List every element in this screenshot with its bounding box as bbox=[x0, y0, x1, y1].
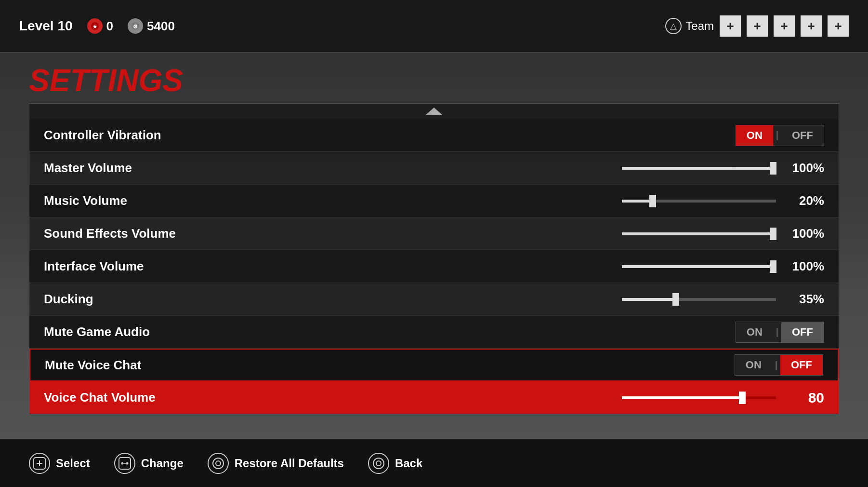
sound-effects-volume-row: Sound Effects Volume 100% bbox=[29, 217, 839, 250]
music-volume-track[interactable] bbox=[622, 200, 776, 203]
master-volume-fill bbox=[622, 167, 773, 170]
controller-vibration-on[interactable]: ON bbox=[736, 125, 773, 146]
svg-text:⚙: ⚙ bbox=[133, 24, 138, 29]
svg-point-11 bbox=[213, 458, 224, 469]
music-volume-fill bbox=[622, 200, 653, 203]
restore-label: Restore All Defaults bbox=[235, 457, 344, 470]
top-right: △ Team + + + + + bbox=[665, 15, 849, 37]
mute-voice-chat-on[interactable]: ON bbox=[735, 355, 772, 375]
music-volume-thumb[interactable] bbox=[649, 195, 656, 207]
select-action[interactable]: Select bbox=[29, 453, 90, 474]
level-display: Level 10 bbox=[19, 18, 73, 34]
sound-effects-volume-track[interactable] bbox=[622, 232, 776, 235]
restore-action[interactable]: Restore All Defaults bbox=[208, 453, 344, 474]
currency-2-icon: ⚙ bbox=[128, 18, 143, 34]
ducking-fill bbox=[622, 298, 676, 301]
currency-1-value: 0 bbox=[106, 19, 113, 34]
change-action[interactable]: Change bbox=[114, 453, 184, 474]
master-volume-row: Master Volume 100% bbox=[29, 152, 839, 185]
master-volume-track[interactable] bbox=[622, 167, 776, 170]
plus-button-5[interactable]: + bbox=[828, 15, 849, 37]
interface-volume-row: Interface Volume 100% bbox=[29, 250, 839, 283]
back-label: Back bbox=[395, 457, 422, 470]
interface-volume-control: 100% bbox=[227, 259, 824, 274]
restore-icon bbox=[208, 453, 229, 474]
interface-volume-value: 100% bbox=[786, 259, 824, 274]
change-label: Change bbox=[141, 457, 184, 470]
plus-button-1[interactable]: + bbox=[720, 15, 741, 37]
ducking-label: Ducking bbox=[44, 292, 227, 307]
team-icon: △ bbox=[665, 18, 682, 34]
mute-voice-chat-row: Mute Voice Chat ON | OFF bbox=[29, 349, 839, 381]
controller-vibration-row: Controller Vibration ON | OFF bbox=[29, 119, 839, 152]
master-volume-control: 100% bbox=[227, 161, 824, 176]
svg-point-12 bbox=[216, 461, 221, 466]
currency-2: ⚙ 5400 bbox=[128, 18, 175, 34]
ducking-control: 35% bbox=[227, 292, 824, 307]
svg-point-9 bbox=[126, 462, 128, 464]
voice-chat-volume-label: Voice Chat Volume bbox=[44, 390, 227, 405]
currency-1: ★ 0 bbox=[87, 18, 113, 34]
voice-chat-volume-thumb[interactable] bbox=[739, 392, 746, 404]
currency-1-icon: ★ bbox=[87, 18, 103, 34]
mute-game-audio-on[interactable]: ON bbox=[736, 322, 773, 342]
top-bar: Level 10 ★ 0 ⚙ 5400 △ Team + + + + + bbox=[0, 0, 868, 53]
master-volume-value: 100% bbox=[786, 161, 824, 176]
voice-chat-volume-fill bbox=[622, 396, 742, 399]
team-text: Team bbox=[685, 19, 714, 33]
mute-game-audio-row: Mute Game Audio ON | OFF bbox=[29, 316, 839, 349]
top-left: Level 10 ★ 0 ⚙ 5400 bbox=[19, 18, 175, 34]
scroll-arrow-top[interactable] bbox=[29, 104, 839, 119]
mute-game-audio-label: Mute Game Audio bbox=[44, 325, 227, 339]
interface-volume-fill bbox=[622, 265, 773, 268]
plus-button-2[interactable]: + bbox=[747, 15, 768, 37]
ducking-thumb[interactable] bbox=[672, 293, 679, 306]
select-label: Select bbox=[56, 457, 90, 470]
sound-effects-volume-label: Sound Effects Volume bbox=[44, 226, 227, 241]
change-icon bbox=[114, 453, 135, 474]
voice-chat-volume-control: 80 bbox=[227, 390, 824, 406]
controller-vibration-off[interactable]: OFF bbox=[781, 125, 824, 146]
plus-button-4[interactable]: + bbox=[801, 15, 822, 37]
settings-title: SETTINGS bbox=[29, 63, 839, 98]
back-icon bbox=[368, 453, 389, 474]
mute-game-audio-control: ON | OFF bbox=[227, 322, 824, 343]
scroll-up-arrow[interactable] bbox=[425, 108, 443, 115]
mute-voice-chat-off[interactable]: OFF bbox=[780, 355, 823, 375]
mute-voice-chat-control: ON | OFF bbox=[228, 354, 823, 376]
bottom-bar: Select Change Restore All Defaults bbox=[0, 439, 868, 487]
back-action[interactable]: Back bbox=[368, 453, 422, 474]
master-volume-label: Master Volume bbox=[44, 161, 227, 176]
voice-chat-volume-row: Voice Chat Volume 80 bbox=[29, 381, 839, 414]
plus-button-3[interactable]: + bbox=[774, 15, 795, 37]
interface-volume-thumb[interactable] bbox=[770, 260, 776, 273]
team-label: △ Team bbox=[665, 18, 714, 34]
ducking-row: Ducking 35% bbox=[29, 283, 839, 316]
controller-vibration-label: Controller Vibration bbox=[44, 128, 227, 143]
voice-chat-volume-track[interactable] bbox=[622, 396, 776, 399]
settings-panel: Controller Vibration ON | OFF Master Vol… bbox=[29, 103, 839, 415]
sound-effects-volume-control: 100% bbox=[227, 226, 824, 241]
mute-voice-chat-label: Mute Voice Chat bbox=[45, 358, 228, 373]
music-volume-control: 20% bbox=[227, 193, 824, 208]
svg-point-13 bbox=[373, 458, 384, 469]
svg-text:★: ★ bbox=[92, 24, 98, 29]
sound-effects-volume-value: 100% bbox=[786, 226, 824, 241]
master-volume-thumb[interactable] bbox=[770, 162, 776, 175]
mute-game-audio-toggle[interactable]: ON | OFF bbox=[736, 322, 824, 343]
sound-effects-volume-fill bbox=[622, 232, 773, 235]
select-icon bbox=[29, 453, 50, 474]
interface-volume-label: Interface Volume bbox=[44, 259, 227, 274]
mute-game-audio-off[interactable]: OFF bbox=[781, 322, 824, 342]
svg-point-14 bbox=[376, 461, 381, 466]
ducking-value: 35% bbox=[786, 292, 824, 307]
sound-effects-volume-thumb[interactable] bbox=[770, 228, 776, 240]
voice-chat-volume-value: 80 bbox=[786, 390, 824, 406]
mute-voice-chat-toggle[interactable]: ON | OFF bbox=[735, 354, 823, 376]
interface-volume-track[interactable] bbox=[622, 265, 776, 268]
svg-point-8 bbox=[121, 462, 123, 464]
currency-2-value: 5400 bbox=[147, 19, 175, 34]
ducking-track[interactable] bbox=[622, 298, 776, 301]
controller-vibration-toggle[interactable]: ON | OFF bbox=[736, 125, 824, 146]
music-volume-value: 20% bbox=[786, 193, 824, 208]
